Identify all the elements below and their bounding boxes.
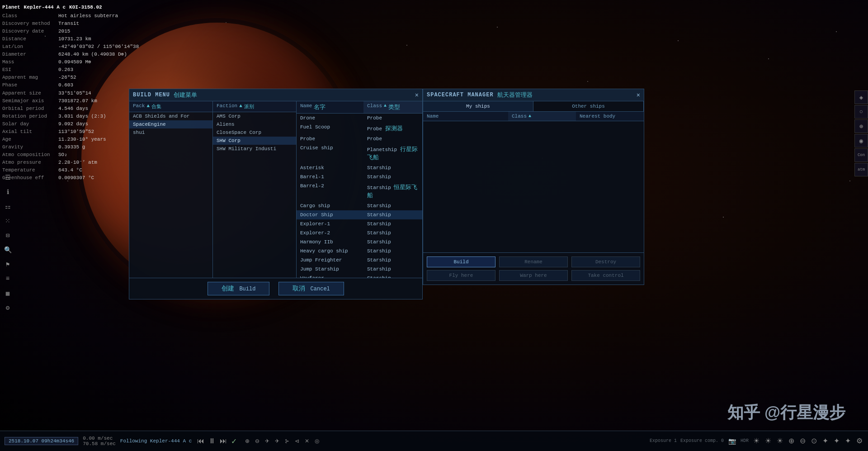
dots-icon[interactable]: ⁙ xyxy=(2,215,13,226)
ship-row-drone[interactable]: Drone Probe xyxy=(297,114,422,123)
right-icon-1[interactable]: ◈ xyxy=(854,90,868,104)
faction-item-ams[interactable]: AMS Corp xyxy=(213,112,296,120)
build-menu-chinese-title: 创建菜单 xyxy=(174,91,197,99)
settings-bottom-icon[interactable]: ⚙ xyxy=(855,436,863,446)
ship-class-cargo: Starship xyxy=(363,202,422,209)
nav-icon-2[interactable]: ⊖ xyxy=(254,437,260,445)
faction-item-closespace[interactable]: CloseSpace Corp xyxy=(213,128,296,137)
sm-fly-here-button[interactable]: Fly here xyxy=(427,270,495,281)
ship-row-explorer1[interactable]: Explorer-1 Starship xyxy=(297,219,422,228)
faction-item-shw[interactable]: SHW Corp xyxy=(213,137,296,145)
faction-item-shw-military[interactable]: SHW Military Industi xyxy=(213,145,296,153)
nav-icon-7[interactable]: ✕ xyxy=(304,437,310,445)
nav-icon-3[interactable]: ✈ xyxy=(264,437,270,445)
faction-item-aliens[interactable]: Aliens xyxy=(213,120,296,128)
build-menu-title: BUILD MENU xyxy=(133,92,170,98)
nav-icon-4[interactable]: ✈ xyxy=(274,437,280,445)
right-icon-4[interactable]: ◉ xyxy=(854,134,868,147)
sm-title: SPACECRAFT MANAGER xyxy=(427,92,494,98)
search-icon[interactable]: 🔍 xyxy=(2,244,13,255)
nav-confirm-button[interactable]: ✓ xyxy=(230,436,238,446)
star-icon-2[interactable]: ✦ xyxy=(833,436,840,446)
nav-skip-back-button[interactable]: ⏮ xyxy=(196,436,205,446)
right-icon-5[interactable]: Con xyxy=(854,148,868,162)
sm-class-col-header: Class ▲ xyxy=(508,112,576,121)
sm-ship-list xyxy=(423,121,644,252)
tab-my-ships[interactable]: My ships xyxy=(423,101,533,111)
pack-item-spaceengine[interactable]: SpaceEngine xyxy=(129,120,212,128)
sm-footer-row-2: Fly here Warp here Take control xyxy=(427,270,640,281)
zoom-in-button[interactable]: ⊕ xyxy=(788,436,795,446)
sun-icon-3[interactable]: ☀ xyxy=(776,436,784,446)
ship-row-cruise[interactable]: Cruise ship Planetship 行星际飞船 xyxy=(297,143,422,163)
ship-row-explorer2[interactable]: Explorer-2 Starship xyxy=(297,228,422,237)
build-menu-close-button[interactable]: × xyxy=(415,91,419,99)
settings-icon[interactable]: ⚙ xyxy=(2,302,13,313)
sm-rename-button[interactable]: Rename xyxy=(499,256,568,267)
pack-item-shui[interactable]: shui xyxy=(129,128,212,137)
sm-warp-here-button[interactable]: Warp here xyxy=(499,270,568,281)
ship-class-fuel-scoop: Probe 探测器 xyxy=(363,123,422,133)
nav-pause-button[interactable]: ⏸ xyxy=(208,436,217,446)
ship-row-fuel-scoop[interactable]: Fuel Scoop Probe 探测器 xyxy=(297,123,422,134)
ship-row-probe[interactable]: Probe Probe xyxy=(297,134,422,143)
apparent-mag-label: Apparent mag xyxy=(2,74,57,81)
ship-class-doctor: Starship xyxy=(363,211,422,218)
exposure-comp-text: Exposure comp. 0 xyxy=(680,438,724,443)
ship-row-asterisk[interactable]: Asterisk Starship xyxy=(297,163,422,172)
pack-chinese-label: 合集 xyxy=(151,103,161,110)
pack-sort-arrow: ▲ xyxy=(146,103,150,110)
display-icon[interactable]: ▦ xyxy=(2,288,13,299)
sun-icon-1[interactable]: ☀ xyxy=(752,436,760,446)
ship-row-cargo[interactable]: Cargo ship Starship xyxy=(297,201,422,210)
tab-other-ships[interactable]: Other ships xyxy=(533,101,644,111)
spacecraft-manager: SPACECRAFT MANAGER 航天器管理器 × My ships Oth… xyxy=(423,89,644,285)
ships-list: Drone Probe Fuel Scoop Probe 探测器 Probe P… xyxy=(297,114,422,278)
star-icon-3[interactable]: ✦ xyxy=(844,436,852,446)
ship-row-wayfarer[interactable]: Wayfarer Starship xyxy=(297,274,422,278)
cancel-button[interactable]: 取消 Cancel xyxy=(278,282,344,295)
ship-row-harmony[interactable]: Harmony IIb Starship xyxy=(297,237,422,247)
planet-id: KOI-3158.02 xyxy=(69,4,102,11)
zoom-out-button[interactable]: ⊖ xyxy=(799,436,807,446)
nav-icon-1[interactable]: ⊕ xyxy=(244,437,250,445)
class-sort-arrow: ▲ xyxy=(384,103,387,111)
axial-tilt-label: Axial tilt xyxy=(2,128,57,136)
sm-take-control-button[interactable]: Take control xyxy=(571,270,640,281)
ship-row-heavy-cargo[interactable]: Heavy cargo ship Starship xyxy=(297,247,422,256)
ship-row-jump-freighter[interactable]: Jump Freighter Starship xyxy=(297,256,422,265)
sm-tabs: My ships Other ships xyxy=(423,101,644,112)
nav-skip-forward-button[interactable]: ⏭ xyxy=(219,436,228,446)
ship-row-barrel2[interactable]: Barrel-2 Starship 恒星际飞船 xyxy=(297,181,422,201)
sm-chinese-title: 航天器管理器 xyxy=(497,91,533,99)
layers-icon[interactable]: ⊟ xyxy=(2,230,13,241)
nav-icon-8[interactable]: ◎ xyxy=(314,437,320,445)
age-label: Age xyxy=(2,136,57,143)
ship-row-jump-starship[interactable]: Jump Starship Starship xyxy=(297,265,422,274)
right-icon-6[interactable]: atm xyxy=(854,163,868,176)
build-button[interactable]: 创建 Build xyxy=(208,282,269,295)
sm-class-sort: ▲ xyxy=(528,114,531,119)
list-icon[interactable]: ≡ xyxy=(2,273,13,284)
sun-icon-2[interactable]: ☀ xyxy=(764,436,772,446)
phase-value: 0.603 xyxy=(58,81,73,89)
grid-icon[interactable]: ⚏ xyxy=(2,201,13,212)
ship-row-doctor[interactable]: Doctor Ship Starship xyxy=(297,210,422,219)
sm-build-button[interactable]: Build xyxy=(427,256,495,267)
right-icon-3[interactable]: ⊕ xyxy=(854,119,868,133)
nav-icon-6[interactable]: ⊲ xyxy=(294,437,300,445)
camera-icon[interactable]: 📷 xyxy=(727,437,737,446)
hamburger-icon[interactable]: ☰ xyxy=(2,172,13,183)
spacecraft-manager-close-button[interactable]: × xyxy=(637,91,640,99)
pack-item-acb[interactable]: ACB Shields and For xyxy=(129,112,212,120)
nav-icon-5[interactable]: ⊱ xyxy=(284,437,290,445)
star-icon-1[interactable]: ✦ xyxy=(821,436,829,446)
build-btn-text: Build xyxy=(239,286,255,292)
right-icon-2[interactable]: ○ xyxy=(854,105,868,119)
ship-class-drone: Probe xyxy=(363,114,422,122)
flag-icon[interactable]: ⚑ xyxy=(2,259,13,270)
ship-row-barrel1[interactable]: Barrel-1 Starship xyxy=(297,172,422,181)
sm-destroy-button[interactable]: Destroy xyxy=(571,256,640,267)
zoom-fit-button[interactable]: ⊙ xyxy=(810,436,818,446)
info-icon[interactable]: ℹ xyxy=(2,186,13,197)
